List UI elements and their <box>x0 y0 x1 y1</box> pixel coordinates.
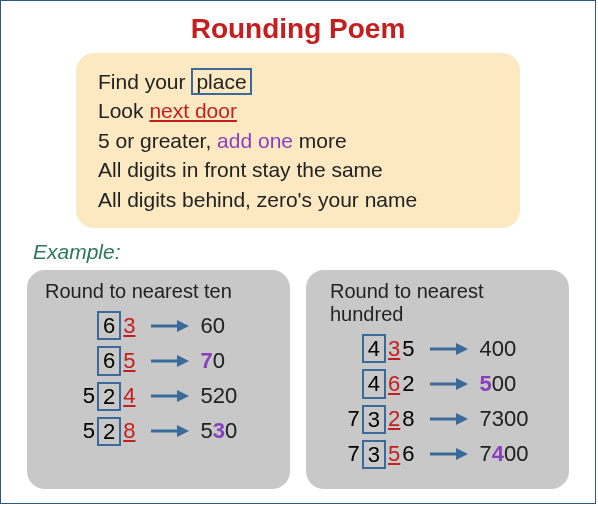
result-digits: 0 <box>213 348 225 373</box>
digit-next-door: 3 <box>123 313 135 339</box>
right-result: 7400 <box>480 441 540 467</box>
right-result: 7300 <box>480 406 540 432</box>
arrow-icon <box>149 388 189 404</box>
right-row: 73287300 <box>320 405 555 434</box>
digit-next-door: 5 <box>123 348 135 374</box>
arrow-icon <box>149 353 189 369</box>
poem-box: Find your place Look next door 5 or grea… <box>76 53 520 228</box>
card-ten-title: Round to nearest ten <box>41 280 276 303</box>
poem-line-3: 5 or greater, add one more <box>98 126 498 155</box>
right-row: 435400 <box>320 334 555 363</box>
digit-plain: 5 <box>402 336 414 362</box>
right-input-number: 435 <box>336 334 416 363</box>
page-title: Rounding Poem <box>1 13 595 45</box>
digit-next-door: 3 <box>388 336 400 362</box>
poem-line-4: All digits in front stay the same <box>98 155 498 184</box>
svg-marker-13 <box>456 413 468 425</box>
svg-marker-3 <box>177 355 189 367</box>
svg-marker-11 <box>456 378 468 390</box>
result-digits: 7300 <box>480 406 529 431</box>
svg-marker-9 <box>456 343 468 355</box>
arrow-icon <box>149 318 189 334</box>
poem-l2-nextdoor: next door <box>149 99 237 122</box>
digit-next-door: 6 <box>388 371 400 397</box>
poem-line-5: All digits behind, zero's your name <box>98 185 498 214</box>
digit-plain: 5 <box>83 383 95 409</box>
result-digit-added: 4 <box>492 441 504 466</box>
left-input-number: 63 <box>57 311 137 340</box>
left-row: 524520 <box>41 382 276 411</box>
card-nearest-hundred: Round to nearest hundred 435400462500732… <box>306 270 569 489</box>
result-digits: 400 <box>480 336 517 361</box>
digit-plain: 6 <box>402 441 414 467</box>
left-input-number: 524 <box>57 382 137 411</box>
digit-plain: 7 <box>348 441 360 467</box>
arrow-icon <box>428 341 468 357</box>
digit-place-box: 2 <box>97 382 121 411</box>
right-input-number: 7328 <box>336 405 416 434</box>
digit-next-door: 5 <box>388 441 400 467</box>
result-digits: 00 <box>492 371 516 396</box>
svg-marker-7 <box>177 425 189 437</box>
poem-l2-text: Look <box>98 99 149 122</box>
poem-l1-place-box: place <box>191 68 251 95</box>
result-digit-added: 5 <box>480 371 492 396</box>
svg-marker-15 <box>456 448 468 460</box>
result-digits: 7 <box>480 441 492 466</box>
left-input-number: 65 <box>57 346 137 375</box>
card-hundred-title: Round to nearest hundred <box>320 280 555 326</box>
document-frame: Rounding Poem Find your place Look next … <box>0 0 596 504</box>
digit-next-door: 8 <box>123 418 135 444</box>
example-label: Example: <box>33 240 595 264</box>
right-input-number: 7356 <box>336 440 416 469</box>
svg-marker-1 <box>177 320 189 332</box>
svg-marker-5 <box>177 390 189 402</box>
digit-place-box: 3 <box>362 405 386 434</box>
left-result: 520 <box>201 383 261 409</box>
result-digits: 60 <box>201 313 225 338</box>
digit-place-box: 2 <box>97 417 121 446</box>
result-digits: 5 <box>201 418 213 443</box>
poem-line-2: Look next door <box>98 96 498 125</box>
left-result: 60 <box>201 313 261 339</box>
result-digits: 00 <box>504 441 528 466</box>
result-digits: 520 <box>201 383 238 408</box>
arrow-icon <box>428 411 468 427</box>
result-digit-added: 7 <box>201 348 213 373</box>
right-result: 500 <box>480 371 540 397</box>
card-nearest-ten: Round to nearest ten 6360657052452052853… <box>27 270 290 489</box>
digit-plain: 7 <box>348 406 360 432</box>
right-row: 462500 <box>320 369 555 398</box>
digit-plain: 2 <box>402 371 414 397</box>
right-row: 73567400 <box>320 440 555 469</box>
digit-plain: 8 <box>402 406 414 432</box>
poem-line-1: Find your place <box>98 67 498 96</box>
digit-place-box: 3 <box>362 440 386 469</box>
digit-place-box: 6 <box>97 346 121 375</box>
digit-place-box: 4 <box>362 334 386 363</box>
result-digits: 0 <box>225 418 237 443</box>
right-input-number: 462 <box>336 369 416 398</box>
left-input-number: 528 <box>57 417 137 446</box>
result-digit-added: 3 <box>213 418 225 443</box>
digit-place-box: 4 <box>362 369 386 398</box>
poem-l1-text: Find your <box>98 70 191 93</box>
poem-l3-a: 5 or greater, <box>98 129 217 152</box>
digit-next-door: 2 <box>388 406 400 432</box>
left-row: 6360 <box>41 311 276 340</box>
arrow-icon <box>428 446 468 462</box>
left-row: 528530 <box>41 417 276 446</box>
digit-plain: 5 <box>83 418 95 444</box>
poem-l3-b: more <box>293 129 347 152</box>
right-result: 400 <box>480 336 540 362</box>
digit-place-box: 6 <box>97 311 121 340</box>
left-result: 530 <box>201 418 261 444</box>
left-row: 6570 <box>41 346 276 375</box>
arrow-icon <box>149 423 189 439</box>
arrow-icon <box>428 376 468 392</box>
poem-l3-addone: add one <box>217 129 293 152</box>
digit-next-door: 4 <box>123 383 135 409</box>
left-result: 70 <box>201 348 261 374</box>
example-columns: Round to nearest ten 6360657052452052853… <box>1 270 595 489</box>
